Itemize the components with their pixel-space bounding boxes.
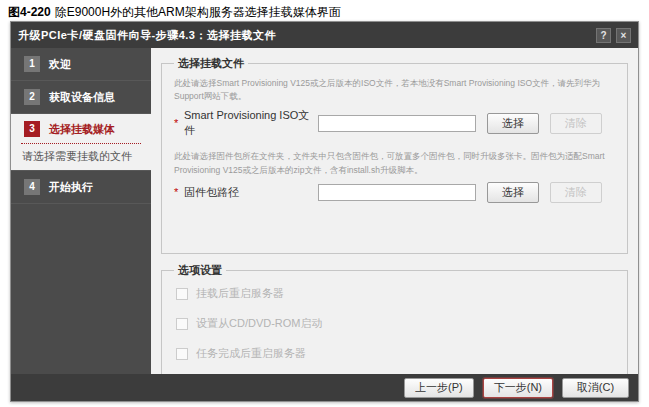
required-marker: * xyxy=(172,186,184,198)
iso-clear-button[interactable]: 清除 xyxy=(550,113,602,134)
iso-select-button[interactable]: 选择 xyxy=(487,113,539,134)
step-item-execute: 4 开始执行 xyxy=(11,171,151,204)
step-number-badge: 4 xyxy=(24,179,40,195)
checkbox-label: 任务完成后重启服务器 xyxy=(196,346,306,361)
firmware-path-input[interactable] xyxy=(318,184,476,201)
step-label: 欢迎 xyxy=(49,57,71,72)
option-row-restart-after-task: 任务完成后重启服务器 xyxy=(176,346,617,361)
dialog-footer: 上一步(P) 下一步(N) 取消(C) xyxy=(11,374,638,401)
checkbox-restart-after-task[interactable] xyxy=(176,348,188,360)
page: 图4-220除E9000H外的其他ARM架构服务器选择挂载媒体界面 升级PCIe… xyxy=(0,0,649,407)
step-main: 3 选择挂载媒体 xyxy=(21,121,141,144)
firmware-path-label: 固件包路径 xyxy=(184,185,318,200)
step-label: 选择挂载媒体 xyxy=(49,122,115,137)
iso-file-row: * Smart Provisioning ISO文件 选择 清除 xyxy=(172,108,617,138)
previous-button[interactable]: 上一步(P) xyxy=(404,378,474,398)
iso-description: 此处请选择Smart Provisioning V125或之后版本的ISO文件，… xyxy=(174,77,615,103)
option-row-boot-from-cd: 设置从CD/DVD-ROM启动 xyxy=(176,316,617,331)
options-section: 选项设置 挂载后重启服务器 设置从CD/DVD-ROM启动 任务完成后重启服务器 xyxy=(161,263,628,374)
step-item-device-info: 2 获取设备信息 xyxy=(11,81,151,114)
step-number-badge: 1 xyxy=(24,56,40,72)
main-panel: 选择挂载文件 此处请选择Smart Provisioning V125或之后版本… xyxy=(151,48,638,374)
step-number-badge: 3 xyxy=(24,121,40,137)
step-label: 获取设备信息 xyxy=(49,90,115,105)
close-icon[interactable]: × xyxy=(616,28,631,43)
step-number-badge: 2 xyxy=(24,89,40,105)
firmware-description: 此处请选择固件包所在文件夹，文件夹中只包含固件包，可放置多个固件包，同时升级多张… xyxy=(174,150,615,176)
wizard-dialog: 升级PCIe卡/硬盘固件向导-步骤4.3：选择挂载文件 ? × 1 欢迎 2 获… xyxy=(10,21,639,402)
figure-number: 图4-220 xyxy=(8,5,51,19)
firmware-select-button[interactable]: 选择 xyxy=(487,182,539,203)
dialog-body: 1 欢迎 2 获取设备信息 3 选择挂载媒体 请选择需要挂载的文件 4 开始执行 xyxy=(11,48,638,374)
help-icon[interactable]: ? xyxy=(596,28,611,43)
checkbox-label: 设置从CD/DVD-ROM启动 xyxy=(196,316,323,331)
required-marker: * xyxy=(172,117,184,129)
checkbox-boot-from-cd[interactable] xyxy=(176,318,188,330)
iso-file-label: Smart Provisioning ISO文件 xyxy=(184,108,318,138)
figure-title: 除E9000H外的其他ARM架构服务器选择挂载媒体界面 xyxy=(55,5,341,19)
figure-caption: 图4-220除E9000H外的其他ARM架构服务器选择挂载媒体界面 xyxy=(8,4,341,21)
step-item-select-media-active: 3 选择挂载媒体 请选择需要挂载的文件 xyxy=(11,114,151,171)
firmware-path-row: * 固件包路径 选择 清除 xyxy=(172,182,617,203)
step-sublabel: 请选择需要挂载的文件 xyxy=(21,144,141,164)
cancel-button[interactable]: 取消(C) xyxy=(562,378,629,398)
dialog-titlebar: 升级PCIe卡/硬盘固件向导-步骤4.3：选择挂载文件 ? × xyxy=(11,22,638,48)
step-label: 开始执行 xyxy=(49,180,93,195)
options-section-legend: 选项设置 xyxy=(174,263,226,278)
firmware-clear-button[interactable]: 清除 xyxy=(550,182,602,203)
file-section-legend: 选择挂载文件 xyxy=(174,56,248,71)
iso-file-input[interactable] xyxy=(318,115,476,132)
checkbox-restart-after-mount[interactable] xyxy=(176,288,188,300)
dialog-title: 升级PCIe卡/硬盘固件向导-步骤4.3：选择挂载文件 xyxy=(18,28,591,43)
step-item-welcome: 1 欢迎 xyxy=(11,48,151,81)
wizard-steps-sidebar: 1 欢迎 2 获取设备信息 3 选择挂载媒体 请选择需要挂载的文件 4 开始执行 xyxy=(11,48,151,374)
option-row-restart-after-mount: 挂载后重启服务器 xyxy=(176,286,617,301)
checkbox-label: 挂载后重启服务器 xyxy=(196,286,284,301)
next-button[interactable]: 下一步(N) xyxy=(483,378,553,398)
select-mount-file-section: 选择挂载文件 此处请选择Smart Provisioning V125或之后版本… xyxy=(161,56,628,254)
sidebar-filler xyxy=(11,204,151,374)
